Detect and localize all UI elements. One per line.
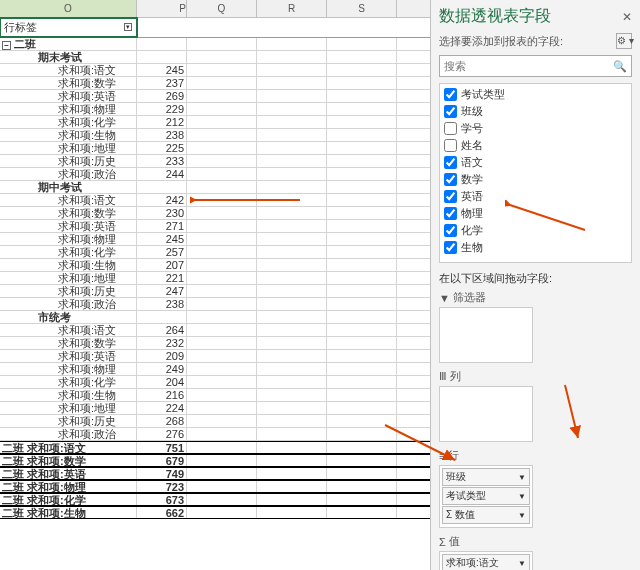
table-row[interactable]: 求和项:地理221 [0,272,430,285]
table-row[interactable]: 求和项:英语209 [0,350,430,363]
table-row[interactable]: 求和项:物理229 [0,103,430,116]
table-row[interactable]: 二班 求和项:化学673 [0,493,430,506]
table-row[interactable]: 求和项:语文264 [0,324,430,337]
rows-icon: ≡ [439,450,445,462]
columns-icon: Ⅲ [439,370,447,383]
field-item[interactable]: 姓名 [442,137,629,154]
areas-label: 在以下区域间拖动字段: [439,271,632,286]
field-checkbox[interactable] [444,241,457,254]
col-header-r[interactable]: R [257,0,327,17]
table-row[interactable]: 市统考 [0,311,430,324]
column-headers: O P Q R S [0,0,430,18]
filter-area[interactable]: ▼筛选器 [439,290,533,363]
table-row[interactable]: 求和项:数学232 [0,337,430,350]
table-row[interactable]: 求和项:政治244 [0,168,430,181]
pivot-fields-pane: 数据透视表字段 ✕ 选择要添加到报表的字段: ⚙ ▾ 🔍 考试类型班级学号姓名语… [430,0,640,570]
table-row[interactable]: 求和项:化学212 [0,116,430,129]
field-item[interactable]: 生物 [442,239,629,256]
field-checkbox[interactable] [444,173,457,186]
field-item[interactable]: 考试类型 [442,86,629,103]
pivot-row-label-cell[interactable]: 行标签 ▾ [0,18,137,37]
field-item[interactable]: 化学 [442,222,629,239]
pane-subtitle: 选择要添加到报表的字段: [439,34,563,49]
rows-area[interactable]: ≡行 班级▼考试类型▼Σ 数值▼ [439,448,533,528]
table-row[interactable]: 求和项:生物207 [0,259,430,272]
filter-icon: ▼ [439,292,450,304]
table-row[interactable]: 求和项:数学237 [0,77,430,90]
field-item[interactable]: 数学 [442,171,629,188]
field-item[interactable]: 英语 [442,188,629,205]
table-row[interactable]: 求和项:生物238 [0,129,430,142]
chevron-down-icon[interactable]: ▼ [518,559,526,568]
col-header-q[interactable]: Q [187,0,257,17]
table-row[interactable]: 求和项:语文242 [0,194,430,207]
col-header-p[interactable]: P [137,0,187,17]
values-icon: Σ [439,536,446,548]
table-row[interactable]: 求和项:政治238 [0,298,430,311]
table-row[interactable]: −二班 [0,38,430,51]
field-item[interactable]: 物理 [442,205,629,222]
table-row[interactable]: 求和项:化学257 [0,246,430,259]
field-list[interactable]: 考试类型班级学号姓名语文数学英语物理化学生物 [439,83,632,263]
field-checkbox[interactable] [444,139,457,152]
field-checkbox[interactable] [444,156,457,169]
table-row[interactable]: 二班 求和项:语文751 [0,441,430,454]
table-row[interactable]: 求和项:物理245 [0,233,430,246]
table-row[interactable]: 求和项:语文245 [0,64,430,77]
pane-title: 数据透视表字段 [439,6,551,27]
table-row[interactable]: 求和项:物理249 [0,363,430,376]
row-label-text: 行标签 [4,20,37,35]
area-item[interactable]: Σ 数值▼ [442,506,530,524]
area-item[interactable]: 考试类型▼ [442,487,530,505]
field-checkbox[interactable] [444,190,457,203]
chevron-down-icon[interactable]: ▼ [518,492,526,501]
field-checkbox[interactable] [444,207,457,220]
table-row[interactable]: 求和项:英语269 [0,90,430,103]
spreadsheet-area: O P Q R S 行标签 ▾ −二班期末考试求和项:语文245求和项:数学23… [0,0,430,570]
table-row[interactable]: 二班 求和项:生物662 [0,506,430,519]
columns-area[interactable]: Ⅲ列 [439,369,533,442]
search-input[interactable] [440,56,609,76]
close-icon[interactable]: ✕ [622,10,632,24]
field-item[interactable]: 班级 [442,103,629,120]
chevron-down-icon[interactable]: ▼ [518,473,526,482]
area-item[interactable]: 班级▼ [442,468,530,486]
table-row[interactable]: 二班 求和项:物理723 [0,480,430,493]
values-area[interactable]: Σ值 求和项:语文▼求和项:数学▼求和项:英语▼ [439,534,533,570]
table-row[interactable]: 期中考试 [0,181,430,194]
chevron-down-icon[interactable]: ▼ [518,511,526,520]
table-row[interactable]: 求和项:数学230 [0,207,430,220]
table-row[interactable]: 求和项:历史233 [0,155,430,168]
field-checkbox[interactable] [444,122,457,135]
field-item[interactable]: 学号 [442,120,629,137]
table-row[interactable]: 求和项:历史268 [0,415,430,428]
namebox-row: 行标签 ▾ [0,18,430,38]
table-row[interactable]: 求和项:英语271 [0,220,430,233]
table-row[interactable]: 求和项:生物216 [0,389,430,402]
table-row[interactable]: 求和项:政治276 [0,428,430,441]
table-row[interactable]: 求和项:历史247 [0,285,430,298]
table-row[interactable]: 求和项:化学204 [0,376,430,389]
area-item[interactable]: 求和项:语文▼ [442,554,530,570]
gear-icon[interactable]: ⚙ ▾ [616,33,632,49]
col-header-s[interactable]: S [327,0,397,17]
field-item[interactable]: 语文 [442,154,629,171]
table-row[interactable]: 二班 求和项:英语749 [0,467,430,480]
table-row[interactable]: 求和项:地理225 [0,142,430,155]
field-search[interactable]: 🔍 [439,55,632,77]
pivot-grid[interactable]: −二班期末考试求和项:语文245求和项:数学237求和项:英语269求和项:物理… [0,38,430,519]
table-row[interactable]: 求和项:地理224 [0,402,430,415]
search-icon: 🔍 [609,56,631,76]
field-checkbox[interactable] [444,105,457,118]
table-row[interactable]: 期末考试 [0,51,430,64]
filter-dropdown-icon[interactable]: ▾ [124,23,132,31]
table-row[interactable]: 二班 求和项:数学679 [0,454,430,467]
field-checkbox[interactable] [444,88,457,101]
field-checkbox[interactable] [444,224,457,237]
col-header-o[interactable]: O [0,0,137,17]
